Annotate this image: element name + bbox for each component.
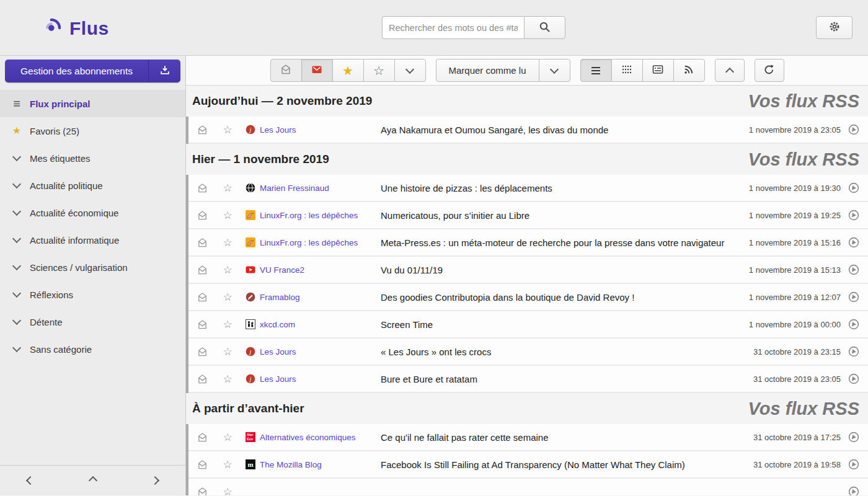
favorite-star-icon[interactable]: ☆	[221, 319, 234, 330]
mark-read-icon[interactable]	[196, 210, 208, 221]
filter-starred-button[interactable]: ★	[332, 59, 364, 82]
mark-read-icon[interactable]	[196, 486, 208, 496]
open-link-icon[interactable]	[847, 318, 861, 330]
open-link-icon[interactable]	[847, 123, 861, 136]
search-button[interactable]	[524, 16, 565, 39]
mark-read-button[interactable]: Marquer comme lu	[436, 59, 539, 82]
feed-link[interactable]: Framablog	[260, 293, 381, 302]
mark-read-icon[interactable]	[196, 291, 208, 303]
favorite-star-icon[interactable]: ☆	[221, 265, 234, 275]
scroll-top-button[interactable]	[715, 59, 745, 82]
entry-title[interactable]: Ce qu'il ne fallait pas rater cette sema…	[381, 432, 753, 443]
entry-title[interactable]: Facebook Is Still Failing at Ad Transpar…	[381, 459, 753, 470]
favorite-star-icon[interactable]: ☆	[221, 347, 234, 357]
feed-link[interactable]: The Mozilla Blog	[260, 460, 381, 469]
mark-read-icon[interactable]	[196, 182, 208, 194]
entry-row[interactable]: ☆ m The Mozilla Blog Facebook Is Still F…	[188, 451, 868, 479]
favorite-star-icon[interactable]: ☆	[221, 374, 234, 384]
entry-row[interactable]: ☆ AlterEco Alternatives économiques Ce q…	[188, 424, 868, 451]
pager-next-button[interactable]	[148, 472, 162, 489]
view-rss-button[interactable]	[673, 59, 705, 82]
refresh-button[interactable]	[755, 59, 784, 82]
entry-row[interactable]: ☆ Marien Fressinaud Une histoire de pizz…	[188, 175, 868, 202]
search-input[interactable]	[382, 16, 524, 39]
entry-title[interactable]: Numericatous, pour s’initier au Libre	[381, 210, 749, 221]
mark-read-icon[interactable]	[196, 237, 208, 249]
sidebar-item-mes-tiquettes[interactable]: Mes étiquettes	[0, 144, 185, 172]
entry-title[interactable]: Meta-Press.es : un méta-moteur de recher…	[381, 237, 749, 248]
sidebar-item-sans-cat-gorie[interactable]: Sans catégorie	[0, 335, 185, 363]
open-link-icon[interactable]	[847, 373, 861, 385]
sidebar-item-d-tente[interactable]: Détente	[0, 308, 185, 335]
sidebar-item-favoris-25-[interactable]: Favoris (25)	[0, 117, 185, 144]
feed-link[interactable]: Les Jours	[260, 347, 381, 356]
feed-link[interactable]: LinuxFr.org : les dépêches	[260, 211, 381, 220]
mark-read-icon[interactable]	[196, 124, 208, 136]
filter-unread-button[interactable]	[301, 59, 333, 82]
entry-row[interactable]: ☆ xkcd.com Screen Time 1 novembre 2019 à…	[188, 311, 868, 339]
settings-button[interactable]	[816, 16, 852, 39]
entry-title[interactable]: Vu du 01/11/19	[381, 265, 749, 275]
manage-subscriptions-button[interactable]: Gestion des abonnements	[5, 60, 148, 82]
feed-link[interactable]: Les Jours	[260, 125, 381, 135]
sidebar-item-actualit-informatique[interactable]: Actualité informatique	[0, 226, 185, 254]
entry-title[interactable]: Bure et Bure et ratatam	[381, 374, 753, 384]
entry-title[interactable]: Aya Nakamura et Oumou Sangaré, les divas…	[381, 125, 749, 135]
mark-read-dropdown-button[interactable]	[539, 59, 570, 82]
favorite-star-icon[interactable]: ☆	[221, 210, 234, 221]
open-link-icon[interactable]	[847, 209, 861, 221]
mark-read-icon[interactable]	[196, 373, 208, 385]
feed-link[interactable]: Marien Fressinaud	[260, 184, 381, 193]
open-link-icon[interactable]	[847, 431, 861, 443]
entry-title[interactable]: « Les Jours » ont les crocs	[381, 347, 753, 357]
pager-top-button[interactable]	[86, 472, 100, 489]
entry-row[interactable]: ☆ LinuxFr.org : les dépêches Numericatou…	[188, 202, 868, 229]
mark-read-icon[interactable]	[196, 264, 208, 276]
favorite-star-icon[interactable]: ☆	[221, 125, 234, 135]
open-link-icon[interactable]	[847, 182, 861, 194]
view-reader-button[interactable]	[642, 59, 674, 82]
open-link-icon[interactable]	[847, 291, 861, 303]
filter-unstarred-button[interactable]: ☆	[363, 59, 395, 82]
entry-row[interactable]: ☆ LinuxFr.org : les dépêches Meta-Press.…	[188, 229, 868, 257]
favorite-star-icon[interactable]: ☆	[221, 459, 234, 470]
import-button[interactable]	[148, 60, 180, 82]
mark-read-icon[interactable]	[196, 432, 208, 443]
view-list-button[interactable]	[580, 59, 612, 82]
favorite-star-icon[interactable]: ☆	[221, 432, 234, 443]
open-link-icon[interactable]	[847, 485, 861, 495]
entry-row[interactable]: ☆	[188, 479, 868, 495]
entry-row[interactable]: ☆ VU France2 Vu du 01/11/19 1 novembre 2…	[188, 257, 868, 284]
entry-title[interactable]: Screen Time	[381, 319, 749, 330]
sidebar-item-sciences-vulgarisation[interactable]: Sciences / vulgarisation	[0, 254, 185, 281]
entry-row[interactable]: ☆ j Les Jours « Les Jours » ont les croc…	[188, 339, 868, 366]
entry-title[interactable]: Une histoire de pizzas : les déplacement…	[381, 183, 749, 193]
favorite-star-icon[interactable]: ☆	[221, 237, 234, 248]
feed-link[interactable]: Les Jours	[260, 374, 381, 384]
feed-link[interactable]: LinuxFr.org : les dépêches	[260, 238, 381, 247]
open-link-icon[interactable]	[847, 236, 861, 249]
sidebar-item-actualit-politique[interactable]: Actualité politique	[0, 172, 185, 199]
open-link-icon[interactable]	[847, 345, 861, 358]
app-logo[interactable]: Flus	[42, 15, 109, 42]
mark-read-icon[interactable]	[196, 346, 208, 358]
favorite-star-icon[interactable]: ☆	[221, 487, 234, 496]
entry-row[interactable]: ☆ j Les Jours Aya Nakamura et Oumou Sang…	[188, 117, 868, 144]
feed-link[interactable]: xkcd.com	[260, 320, 381, 329]
entry-title[interactable]: Des goodies Contributopia dans la boutiq…	[381, 292, 749, 303]
view-grid-button[interactable]	[611, 59, 643, 82]
filter-all-button[interactable]	[270, 59, 302, 82]
favorite-star-icon[interactable]: ☆	[221, 183, 234, 193]
sidebar-item-r-flexions[interactable]: Réflexions	[0, 281, 185, 308]
mark-read-icon[interactable]	[196, 319, 208, 330]
mark-read-icon[interactable]	[196, 459, 208, 471]
filter-more-button[interactable]	[394, 59, 426, 82]
sidebar-item-flux-principal[interactable]: Flux principal	[0, 90, 185, 117]
feed-link[interactable]: Alternatives économiques	[260, 433, 381, 442]
pager-previous-button[interactable]	[24, 472, 37, 489]
open-link-icon[interactable]	[847, 264, 861, 276]
open-link-icon[interactable]	[847, 458, 861, 471]
entry-row[interactable]: ☆ j Les Jours Bure et Bure et ratatam 31…	[188, 366, 868, 393]
entry-row[interactable]: ☆ Framablog Des goodies Contributopia da…	[188, 284, 868, 311]
favorite-star-icon[interactable]: ☆	[221, 292, 234, 303]
